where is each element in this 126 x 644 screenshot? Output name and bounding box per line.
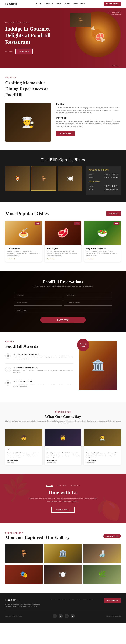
gallery-item-1: 🏛️ (44, 544, 81, 563)
test-name-0: Michael Burns (7, 460, 40, 461)
hero-book-button[interactable]: Book Now (15, 49, 33, 54)
gallery-item-2: 🍶 (83, 544, 121, 563)
footer-brand: FoodHill Creating unforgettable dining e… (5, 598, 40, 608)
dishes-grid: 🍝 $22 Truffle Pasta Rich and creamy truf… (5, 220, 121, 262)
vision-title: Our Vision (56, 116, 121, 119)
res-guests-input[interactable] (64, 300, 112, 306)
social-twitter-icon[interactable]: ✕ (59, 614, 63, 618)
test-card-2: 👨‍💼 " Every visit to FoodHill is a memor… (84, 429, 121, 465)
award-desc-1: Recognized for creativity, innovation an… (13, 370, 73, 374)
gallery-section: Photo Gallery Moments Captured: Our Gall… (0, 523, 126, 593)
awards-section: Awards FoodHill Awards 01 Best Fine Dini… (0, 332, 126, 402)
award-desc-2: Awarded for providing hospitality excell… (13, 383, 73, 387)
dish-stars-0: ★★★★★ (7, 258, 40, 260)
dish-info-2: Vegan Buddha Bowl Fresh and healthy vega… (84, 245, 121, 262)
dish-price-0: $22 (35, 222, 41, 225)
footer-reservation-button[interactable]: Reservation (104, 598, 121, 603)
test-subtitle: Dignity transforms your heart with medit… (5, 420, 121, 424)
awards-right: 15 + Years 🏛️ (79, 340, 121, 390)
hero-bottom-bar: Scroll ↓ (0, 64, 126, 68)
nav-home[interactable]: Home (36, 3, 41, 5)
hours-brunch-meal: Brunch (89, 185, 94, 187)
footer-nav-home[interactable]: Home (51, 598, 56, 600)
social-youtube-icon[interactable]: ▶ (70, 614, 75, 618)
footer-nav-pages[interactable]: Pages (68, 598, 74, 600)
vision-text: Together at FoodHill we create extraordi… (56, 120, 121, 128)
about-content: 👨‍🍳 Our Story FoodHill was founded with … (5, 103, 121, 142)
award-text-1: Culinary Excellence Award Recognized for… (13, 367, 73, 374)
hours-image-1: 🍹 (5, 166, 30, 191)
dine-book-button[interactable]: Book a Table (52, 507, 74, 513)
dish-card-0: 🍝 $22 Truffle Pasta Rich and creamy truf… (5, 220, 42, 262)
dish-stars-1: ★★★★★ (47, 258, 79, 260)
awards-layout: Awards FoodHill Awards 01 Best Fine Dini… (5, 340, 121, 394)
nav-pages[interactable]: Pages (65, 3, 70, 5)
story-title: Our Story (56, 103, 121, 105)
hero-section: +1 (770) 123-34671234 Main St Welcome to… (0, 8, 126, 68)
res-book-button[interactable]: Book Now (40, 317, 86, 323)
dine-tab-1[interactable]: Take Away (57, 484, 67, 487)
award-num-2: 03 (5, 380, 11, 386)
nav-about[interactable]: About Us (45, 3, 53, 5)
about-title: Crafting Memorable Dining Experiences at… (5, 80, 58, 98)
res-row-1 (14, 292, 112, 298)
hours-dinner-meal: Dinner (89, 177, 93, 178)
awards-badge: 15 + Years (77, 339, 89, 351)
reservations-form: Book Now (14, 292, 112, 323)
dish-info-1: Filet Mignon Tender premium cut filet mi… (45, 245, 81, 262)
gallery-button[interactable]: Our Gallery (103, 534, 121, 538)
dish-desc-0: Rich and creamy truffle pasta made with … (7, 250, 40, 257)
dish-desc-1: Tender premium cut filet mignon served w… (47, 250, 79, 257)
reservations-title: FoodHill Reservations (5, 280, 121, 284)
dine-tabs: Dine In Take Away Delivery (5, 484, 121, 487)
res-phone-input[interactable] (14, 300, 62, 306)
test-quote-1: The dining experience at FoodHill is bey… (47, 452, 79, 458)
testimonials-section: Testimonials What Our Guests Say Dignity… (0, 402, 126, 474)
social-linkedin-icon[interactable]: in (64, 614, 69, 618)
hours-sat-dinner-row: Dinner 5:00 PM – 11:00 PM (89, 188, 118, 191)
footer-reservation: Reservation (104, 598, 121, 603)
dine-tab-2[interactable]: Delivery (70, 484, 80, 487)
nav-menu[interactable]: Menu (57, 3, 62, 5)
awards-left: Awards FoodHill Awards 01 Best Fine Dini… (5, 340, 73, 394)
gallery-item-0: 🪑 (5, 544, 43, 563)
res-date-input[interactable] (14, 308, 112, 313)
hero-content: Welcome to FoodHill Indulge in Gourmet D… (5, 22, 65, 54)
footer-social: f ✕ in ▶ (53, 614, 75, 618)
gallery-title: Moments Captured: Our Gallery (5, 535, 70, 540)
learn-more-button[interactable]: Learn More (56, 131, 75, 136)
res-name-input[interactable] (14, 292, 62, 298)
test-quotemark-0: " (7, 448, 40, 452)
footer-nav-menu[interactable]: Menu (76, 598, 81, 600)
hours-brunch-row: Brunch 9:00 AM – 1:00 PM (89, 185, 118, 187)
footer-top: FoodHill Creating unforgettable dining e… (5, 598, 121, 608)
awards-title: FoodHill Awards (5, 344, 73, 349)
footer-address: 1234 Main St, Suite 100 (106, 615, 121, 617)
all-menu-button[interactable]: All Menu (106, 211, 121, 216)
footer-nav-about[interactable]: About Us (58, 598, 66, 600)
test-quote-0: Lorem ipsum dolor sit amet consectetur a… (7, 452, 40, 458)
navigation: FoodHill Home About Us Menu Pages Contac… (0, 0, 126, 8)
award-num-0: 01 (5, 353, 11, 359)
nav-reservation-button[interactable]: Reservation (104, 2, 121, 6)
test-quote-2: Every visit to FoodHill is a memorable j… (86, 452, 119, 458)
awards-badge-num: 15 + (80, 343, 86, 346)
test-body-0: " Lorem ipsum dolor sit amet consectetur… (5, 446, 42, 465)
dish-stars-2: ★★★★★ (86, 258, 119, 260)
footer-divider (5, 611, 121, 611)
dish-image-1: 🥩 $26 (45, 220, 81, 245)
gallery-item-5: 🌿 (83, 565, 121, 584)
footer-nav-contact[interactable]: Contact Us (83, 598, 93, 600)
hours-table: Monday to Friday: Lunch 11:00 AM – 3:00 … (86, 166, 121, 195)
dine-tab-0[interactable]: Dine In (46, 484, 53, 487)
site-logo: FoodHill (5, 2, 17, 6)
nav-contact[interactable]: Contact Us (74, 3, 85, 5)
res-email-input[interactable] (64, 292, 112, 298)
hours-image-3: 🍽️ (58, 166, 82, 191)
award-name-0: Best Fine Dining Restaurant (13, 353, 73, 355)
hero-scroll-label: Scroll ↓ (112, 65, 121, 66)
footer-nav: Home About Us Pages Menu Contact Us (51, 598, 93, 600)
gallery-item-3: 🎭 (5, 565, 43, 584)
dish-price-2: $17 (114, 222, 119, 225)
social-facebook-icon[interactable]: f (53, 614, 57, 618)
